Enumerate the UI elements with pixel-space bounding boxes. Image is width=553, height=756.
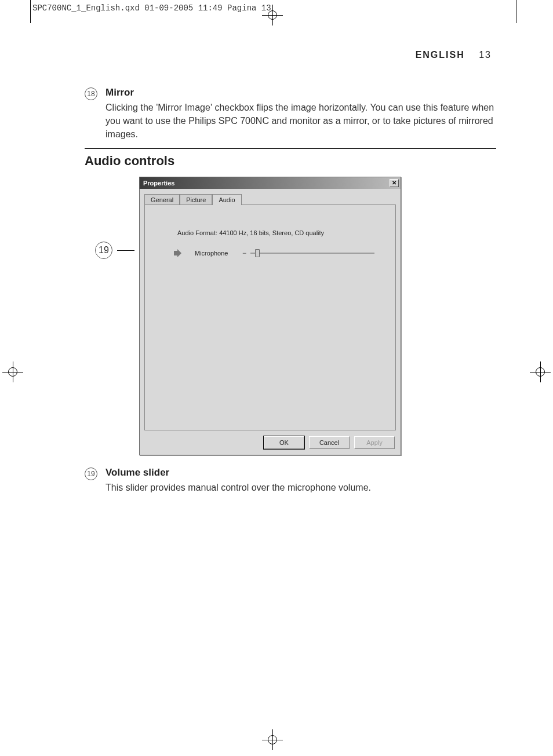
speaker-icon — [174, 249, 184, 257]
slider-thumb[interactable] — [255, 249, 260, 257]
item-description: Clicking the 'Mirror Image' checkbox fli… — [105, 101, 496, 141]
page-number: 13 — [479, 50, 492, 60]
item-marker: 19 — [85, 468, 97, 480]
page-header: ENGLISH 13 — [416, 50, 492, 60]
crop-mark — [516, 0, 516, 23]
apply-button: Apply — [354, 436, 395, 449]
language-label: ENGLISH — [416, 50, 465, 60]
separator — [85, 148, 496, 149]
microphone-label: Microphone — [195, 250, 240, 257]
ok-button[interactable]: OK — [264, 436, 304, 449]
dialog-title: Properties — [143, 180, 174, 187]
tab-strip: General Picture Audio — [140, 189, 401, 204]
registration-mark — [262, 5, 283, 25]
callout-19: 19 — [95, 242, 112, 259]
close-button[interactable]: ✕ — [390, 179, 399, 187]
item-marker: 18 — [85, 87, 97, 100]
source-file-header: SPC700NC_1_English.qxd 01-09-2005 11:49 … — [32, 3, 271, 13]
registration-mark — [2, 361, 23, 382]
tab-picture[interactable]: Picture — [180, 194, 212, 205]
tab-audio[interactable]: Audio — [212, 194, 241, 205]
properties-dialog: Properties ✕ General Picture Audio Audio… — [139, 177, 401, 455]
dialog-figure: 19 Properties ✕ General Picture Audio Au… — [95, 177, 496, 455]
cancel-button[interactable]: Cancel — [309, 436, 350, 449]
tab-general[interactable]: General — [144, 194, 180, 205]
item-title: Mirror — [105, 87, 496, 98]
slider-track — [250, 253, 374, 254]
section-title: Audio controls — [85, 154, 496, 169]
close-icon: ✕ — [392, 180, 396, 186]
item-19: 19 Volume slider This slider provides ma… — [85, 467, 496, 494]
dialog-button-row: OK Cancel Apply — [140, 434, 401, 455]
registration-mark — [262, 729, 283, 750]
microphone-row: Microphone − — [174, 249, 386, 257]
item-description: This slider provides manual control over… — [105, 481, 371, 494]
crop-mark — [30, 0, 31, 23]
item-18: 18 Mirror Clicking the 'Mirror Image' ch… — [85, 87, 496, 141]
registration-mark — [530, 361, 551, 382]
dialog-titlebar: Properties ✕ — [140, 177, 401, 189]
tab-panel-audio: Audio Format: 44100 Hz, 16 bits, Stereo,… — [144, 204, 396, 430]
item-title: Volume slider — [105, 467, 371, 479]
audio-format-label: Audio Format: 44100 Hz, 16 bits, Stereo,… — [177, 229, 386, 236]
slider-minus-icon: − — [242, 249, 246, 257]
callout-line — [117, 250, 134, 251]
volume-slider[interactable]: − — [250, 252, 374, 254]
